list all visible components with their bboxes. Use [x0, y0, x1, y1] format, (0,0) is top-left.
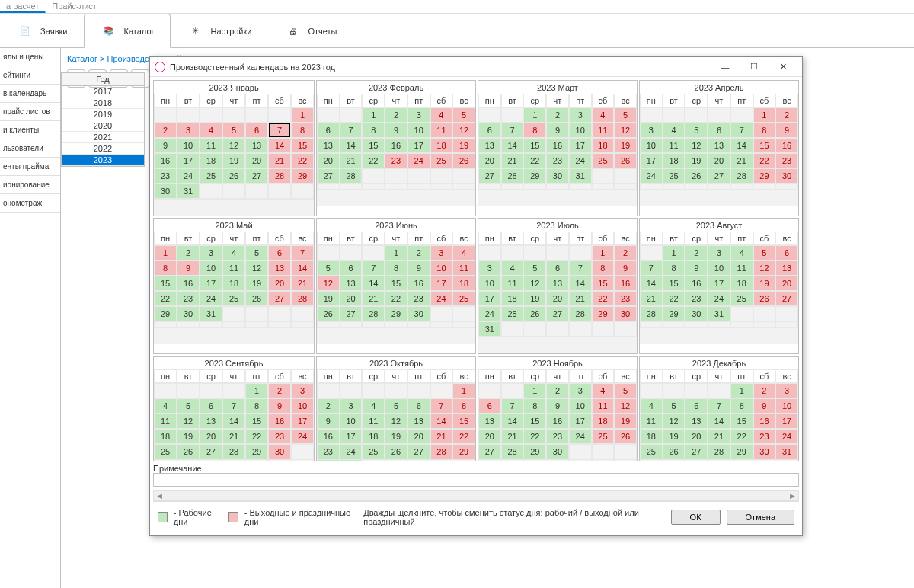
calendar-day[interactable]: 11: [154, 414, 177, 429]
calendar-day[interactable]: 16: [177, 276, 200, 291]
calendar-day[interactable]: 11: [730, 260, 753, 276]
calendar-day[interactable]: 17: [291, 414, 314, 429]
calendar-day[interactable]: 18: [592, 414, 615, 429]
calendar-day[interactable]: 1: [291, 107, 314, 123]
calendar-day[interactable]: 10: [177, 138, 200, 153]
calendar-day[interactable]: 25: [663, 168, 686, 184]
calendar-day[interactable]: 7: [430, 398, 453, 414]
calendar-day[interactable]: 8: [523, 398, 546, 414]
calendar-day[interactable]: 9: [177, 260, 200, 276]
calendar-day[interactable]: 21: [569, 291, 592, 306]
calendar-day[interactable]: 25: [200, 168, 222, 184]
calendar-day[interactable]: 8: [291, 123, 314, 138]
calendar-day[interactable]: 30: [614, 306, 637, 321]
calendar-day[interactable]: 2: [268, 383, 291, 398]
calendar-day[interactable]: 29: [523, 444, 546, 459]
calendar-day[interactable]: 27: [775, 291, 798, 306]
calendar-day[interactable]: 29: [663, 306, 686, 321]
calendar-day[interactable]: 22: [592, 291, 615, 306]
calendar-day[interactable]: 15: [523, 414, 546, 429]
calendar-day[interactable]: 25: [592, 153, 615, 168]
calendar-day[interactable]: 20: [478, 153, 501, 168]
calendar-day[interactable]: 21: [268, 153, 291, 168]
sidebar-item[interactable]: ейтинги: [0, 66, 60, 85]
calendar-day[interactable]: 2: [753, 383, 776, 398]
calendar-day[interactable]: 21: [430, 429, 453, 444]
calendar-day[interactable]: 13: [478, 138, 501, 153]
calendar-day[interactable]: 10: [569, 398, 592, 414]
calendar-day[interactable]: 12: [177, 414, 200, 429]
calendar-day[interactable]: 24: [569, 429, 592, 444]
sidebar-item[interactable]: ялы и цены: [0, 48, 60, 66]
calendar-day[interactable]: 12: [385, 414, 407, 429]
calendar-day[interactable]: 26: [614, 153, 637, 168]
calendar-day[interactable]: 7: [340, 123, 363, 138]
calendar-day[interactable]: 20: [268, 276, 291, 291]
calendar-day[interactable]: 16: [546, 414, 569, 429]
calendar-day[interactable]: 14: [501, 138, 524, 153]
calendar-day[interactable]: 1: [730, 383, 753, 398]
calendar-day[interactable]: 20: [245, 153, 268, 168]
calendar-day[interactable]: 2: [546, 383, 569, 398]
calendar-day[interactable]: 14: [730, 138, 753, 153]
year-item[interactable]: 2018: [62, 97, 144, 109]
calendar-day[interactable]: 2: [775, 107, 798, 123]
calendar-day[interactable]: 2: [546, 107, 569, 123]
calendar-day[interactable]: 26: [753, 291, 776, 306]
ok-button[interactable]: ОК: [671, 510, 721, 525]
calendar-day[interactable]: 31: [177, 184, 200, 199]
calendar-day[interactable]: 26: [177, 444, 200, 459]
calendar-day[interactable]: 4: [501, 260, 524, 276]
calendar-day[interactable]: 10: [569, 123, 592, 138]
cancel-button[interactable]: Отмена: [727, 510, 794, 525]
calendar-day[interactable]: 23: [546, 153, 569, 168]
calendar-day[interactable]: 29: [753, 168, 776, 184]
calendar-day[interactable]: 29: [385, 306, 407, 321]
calendar-day[interactable]: 6: [340, 260, 363, 276]
calendar-day[interactable]: 27: [340, 306, 363, 321]
calendar-day[interactable]: 6: [245, 123, 268, 138]
calendar-day[interactable]: 27: [685, 444, 708, 459]
calendar-day[interactable]: 2: [154, 123, 177, 138]
year-item[interactable]: 2017: [62, 86, 144, 97]
close-button[interactable]: ✕: [769, 57, 797, 77]
calendar-day[interactable]: 4: [430, 107, 453, 123]
calendar-day[interactable]: 14: [501, 414, 524, 429]
calendar-day[interactable]: 16: [268, 414, 291, 429]
calendar-day[interactable]: 21: [362, 291, 385, 306]
calendar-day[interactable]: 13: [685, 414, 708, 429]
calendar-day[interactable]: 12: [753, 260, 776, 276]
calendar-day[interactable]: 15: [362, 138, 385, 153]
calendar-day[interactable]: 19: [523, 291, 546, 306]
calendar-day[interactable]: 22: [362, 153, 385, 168]
calendar-day[interactable]: 10: [640, 138, 663, 153]
calendar-day[interactable]: 22: [291, 153, 314, 168]
calendar-day[interactable]: 12: [222, 138, 245, 153]
calendar-day[interactable]: 12: [685, 138, 708, 153]
breadcrumb-root[interactable]: Каталог: [67, 54, 97, 63]
calendar-day[interactable]: 9: [154, 138, 177, 153]
calendar-day[interactable]: 29: [592, 306, 615, 321]
calendar-day[interactable]: 5: [222, 123, 245, 138]
calendar-day[interactable]: 30: [177, 306, 200, 321]
calendar-day[interactable]: 23: [753, 429, 776, 444]
calendar-day[interactable]: 11: [222, 260, 245, 276]
calendar-day[interactable]: 15: [245, 414, 268, 429]
calendar-day[interactable]: 31: [775, 444, 798, 459]
calendar-day[interactable]: 27: [478, 444, 501, 459]
calendar-day[interactable]: 10: [200, 260, 222, 276]
horizontal-scrollbar[interactable]: ◄ ►: [153, 490, 799, 501]
calendar-day[interactable]: 16: [154, 153, 177, 168]
calendar-day[interactable]: 14: [222, 414, 245, 429]
calendar-day[interactable]: 21: [222, 429, 245, 444]
calendar-day[interactable]: 18: [200, 153, 222, 168]
calendar-day[interactable]: 11: [592, 398, 615, 414]
calendar-day[interactable]: 23: [546, 429, 569, 444]
calendar-day[interactable]: 17: [775, 414, 798, 429]
calendar-day[interactable]: 23: [685, 291, 708, 306]
calendar-day[interactable]: 20: [340, 291, 363, 306]
calendar-day[interactable]: 22: [523, 153, 546, 168]
calendar-day[interactable]: 25: [452, 291, 475, 306]
calendar-day[interactable]: 17: [569, 414, 592, 429]
calendar-day[interactable]: 25: [222, 291, 245, 306]
